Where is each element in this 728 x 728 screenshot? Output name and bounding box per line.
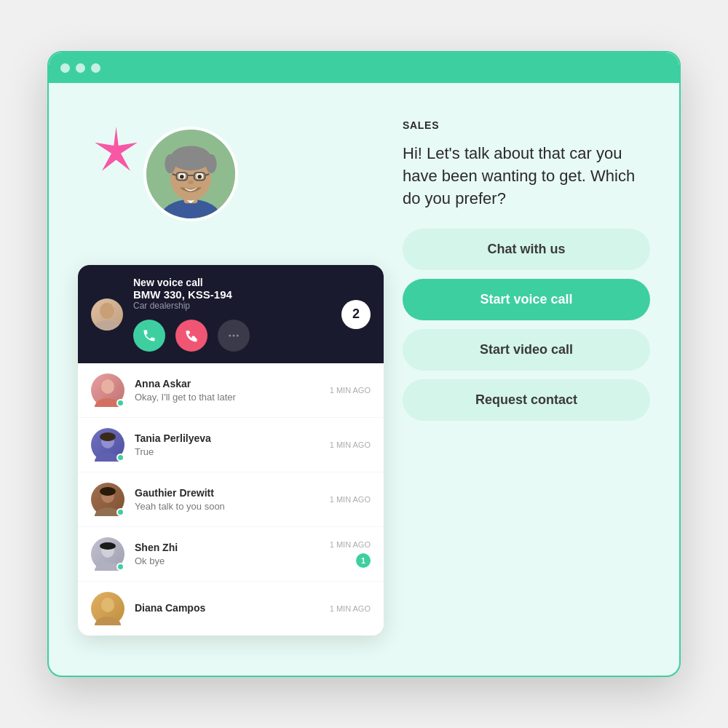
chat-body: Diana Campos xyxy=(135,602,320,616)
chat-with-us-button[interactable]: Chat with us xyxy=(403,229,650,270)
left-panel: New voice call BMW 330, KSS-194 Car deal… xyxy=(78,105,381,676)
chat-time: 1 MIN AGO xyxy=(330,604,371,613)
chat-list-panel: New voice call BMW 330, KSS-194 Car deal… xyxy=(78,265,384,636)
browser-content: New voice call BMW 330, KSS-194 Car deal… xyxy=(49,83,679,676)
chat-body: Gauthier Drewitt Yeah talk to you soon xyxy=(135,487,320,512)
chat-name: Tania Perlilyeva xyxy=(135,432,320,444)
svg-point-21 xyxy=(229,335,231,337)
svg-point-18 xyxy=(188,180,194,184)
online-indicator xyxy=(116,399,124,407)
chat-name: Gauthier Drewitt xyxy=(135,487,320,499)
agent-avatar xyxy=(143,127,238,221)
list-item[interactable]: Tania Perlilyeva True 1 MIN AGO xyxy=(78,418,384,472)
avatar xyxy=(91,428,124,462)
svg-point-22 xyxy=(233,335,235,337)
svg-point-5 xyxy=(170,146,211,171)
svg-point-11 xyxy=(180,175,184,179)
svg-point-12 xyxy=(197,175,202,179)
call-answer-button[interactable] xyxy=(133,320,165,352)
avatar xyxy=(91,373,124,407)
right-panel: SALES Hi! Let's talk about that car you … xyxy=(403,105,650,676)
svg-point-36 xyxy=(95,617,121,625)
svg-point-28 xyxy=(100,432,116,441)
browser-window: New voice call BMW 330, KSS-194 Car deal… xyxy=(47,51,681,677)
svg-point-24 xyxy=(101,379,114,394)
chat-preview: True xyxy=(135,446,320,457)
chat-list-items: Anna Askar Okay, I'll get to that later … xyxy=(78,363,384,636)
svg-point-23 xyxy=(237,335,239,337)
chat-body: Shen Zhi Ok bye xyxy=(135,542,320,566)
call-actions xyxy=(133,320,331,352)
traffic-dot-3 xyxy=(91,63,100,73)
online-indicator xyxy=(116,454,124,462)
online-indicator xyxy=(116,563,124,571)
svg-point-8 xyxy=(206,154,217,173)
svg-point-35 xyxy=(101,598,114,612)
chat-preview: Yeah talk to you soon xyxy=(135,501,320,512)
chat-body: Anna Askar Okay, I'll get to that later xyxy=(135,378,320,403)
chat-time: 1 MIN AGO xyxy=(330,540,371,549)
avatar xyxy=(91,537,124,571)
chat-time: 1 MIN AGO xyxy=(330,495,371,504)
list-item[interactable]: Diana Campos 1 MIN AGO xyxy=(78,582,384,636)
svg-point-34 xyxy=(100,542,116,550)
chat-meta: 1 MIN AGO 1 xyxy=(330,540,371,568)
chat-body: Tania Perlilyeva True xyxy=(135,432,320,457)
sales-label: SALES xyxy=(403,119,650,131)
chat-name: Anna Askar xyxy=(135,378,320,389)
online-indicator xyxy=(116,508,124,516)
call-subtitle: BMW 330, KSS-194 xyxy=(133,288,331,301)
chat-name: Diana Campos xyxy=(135,602,320,614)
avatar xyxy=(91,483,124,516)
start-voice-call-button[interactable]: Start voice call xyxy=(403,279,650,320)
call-decline-button[interactable] xyxy=(175,320,207,352)
call-info: New voice call BMW 330, KSS-194 Car deal… xyxy=(133,277,331,352)
chat-meta: 1 MIN AGO xyxy=(330,495,371,504)
chat-name: Shen Zhi xyxy=(135,542,320,553)
chat-time: 1 MIN AGO xyxy=(330,386,371,395)
list-item[interactable]: Anna Askar Okay, I'll get to that later … xyxy=(78,363,384,418)
chat-badge: 1 xyxy=(356,553,371,568)
request-contact-button[interactable]: Request contact xyxy=(403,379,650,421)
traffic-dot-1 xyxy=(60,63,70,73)
list-item[interactable]: Shen Zhi Ok bye 1 MIN AGO 1 xyxy=(78,527,384,582)
traffic-dot-2 xyxy=(76,63,85,73)
call-title: New voice call xyxy=(133,277,331,288)
chat-preview: Ok bye xyxy=(135,555,320,566)
svg-rect-6 xyxy=(170,158,211,165)
list-item[interactable]: Gauthier Drewitt Yeah talk to you soon 1… xyxy=(78,472,384,527)
svg-point-19 xyxy=(100,303,114,319)
sales-message: Hi! Let's talk about that car you have b… xyxy=(403,143,650,210)
chat-meta: 1 MIN AGO xyxy=(330,386,371,395)
call-counter: 2 xyxy=(341,300,371,329)
avatar xyxy=(91,592,124,625)
voice-call-banner: New voice call BMW 330, KSS-194 Car deal… xyxy=(78,265,384,363)
start-video-call-button[interactable]: Start video call xyxy=(403,329,650,371)
chat-time: 1 MIN AGO xyxy=(330,440,371,449)
call-more-button[interactable] xyxy=(218,320,250,352)
browser-titlebar xyxy=(49,52,679,83)
call-avatar xyxy=(91,298,123,331)
chat-meta: 1 MIN AGO xyxy=(330,440,371,449)
svg-point-31 xyxy=(100,487,116,496)
chat-preview: Okay, I'll get to that later xyxy=(135,392,320,403)
svg-point-20 xyxy=(94,320,120,331)
svg-point-7 xyxy=(165,154,175,173)
chat-meta: 1 MIN AGO xyxy=(330,604,371,613)
call-meta: Car dealership xyxy=(133,301,331,311)
action-buttons: Chat with us Start voice call Start vide… xyxy=(403,229,650,421)
pink-star-decoration xyxy=(92,127,136,170)
